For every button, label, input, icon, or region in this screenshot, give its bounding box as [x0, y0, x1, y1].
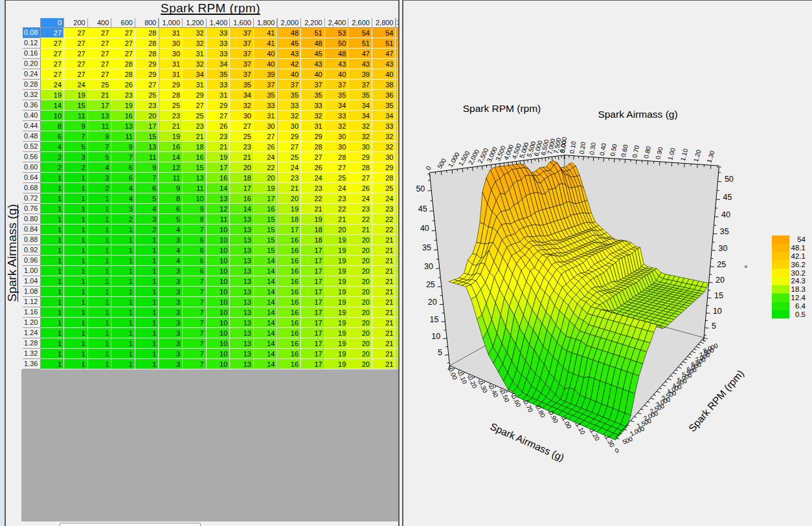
svg-text:0.80: 0.80 [642, 145, 652, 159]
svg-text:40: 40 [721, 210, 730, 219]
svg-text:30: 30 [424, 262, 433, 271]
svg-text:25: 25 [426, 280, 435, 289]
svg-text:500: 500 [436, 157, 447, 170]
svg-text:0.20: 0.20 [578, 141, 587, 155]
svg-text:0.40: 0.40 [598, 142, 607, 156]
svg-text:5: 5 [712, 322, 716, 331]
svg-text:0.30: 0.30 [588, 142, 597, 155]
svg-text:30.2: 30.2 [791, 269, 806, 277]
svg-text:0.90: 0.90 [654, 146, 664, 160]
svg-text:15: 15 [430, 315, 439, 324]
svg-text:10: 10 [713, 307, 722, 316]
svg-text:50: 50 [416, 184, 425, 193]
svg-text:Spark Airmass (g): Spark Airmass (g) [489, 421, 566, 463]
svg-text:0.70: 0.70 [631, 144, 640, 159]
svg-text:18.3: 18.3 [791, 285, 806, 293]
svg-text:1.10: 1.10 [679, 148, 690, 162]
svg-text:10: 10 [431, 332, 440, 341]
svg-text:20: 20 [716, 276, 725, 285]
svg-text:0.60: 0.60 [620, 144, 629, 158]
svg-text:40: 40 [420, 224, 429, 233]
svg-text:24.3: 24.3 [791, 277, 806, 285]
svg-text:°: ° [744, 263, 748, 274]
svg-text:0.5: 0.5 [795, 311, 806, 318]
svg-text:0.10: 0.10 [569, 140, 578, 154]
svg-text:Spark RPM (rpm): Spark RPM (rpm) [686, 367, 746, 433]
svg-text:25: 25 [717, 260, 726, 269]
svg-text:12.4: 12.4 [791, 294, 806, 301]
svg-text:0: 0 [424, 164, 432, 171]
svg-text:36.2: 36.2 [791, 261, 806, 268]
svg-text:35: 35 [720, 227, 729, 236]
svg-text:Spark RPM (rpm): Spark RPM (rpm) [463, 103, 541, 114]
svg-text:42.1: 42.1 [791, 252, 806, 260]
svg-text:1.20: 1.20 [692, 148, 703, 162]
svg-text:Spark Airmass (g): Spark Airmass (g) [598, 109, 677, 120]
svg-text:50: 50 [725, 175, 734, 184]
svg-text:0: 0 [614, 446, 620, 454]
svg-text:20: 20 [428, 298, 437, 307]
svg-text:1.00: 1.00 [666, 147, 677, 161]
svg-text:1.30: 1.30 [705, 149, 716, 164]
svg-text:6.4: 6.4 [795, 302, 806, 310]
svg-text:0.50: 0.50 [609, 143, 618, 157]
svg-text:54: 54 [797, 236, 806, 243]
svg-text:35: 35 [422, 243, 431, 252]
svg-text:48.1: 48.1 [791, 244, 806, 252]
svg-text:5: 5 [438, 348, 442, 357]
svg-text:15: 15 [714, 291, 723, 300]
svg-text:45: 45 [418, 204, 427, 214]
svg-text:30: 30 [719, 244, 728, 253]
svg-text:45: 45 [723, 193, 732, 202]
svg-text:0.00: 0.00 [559, 140, 568, 153]
